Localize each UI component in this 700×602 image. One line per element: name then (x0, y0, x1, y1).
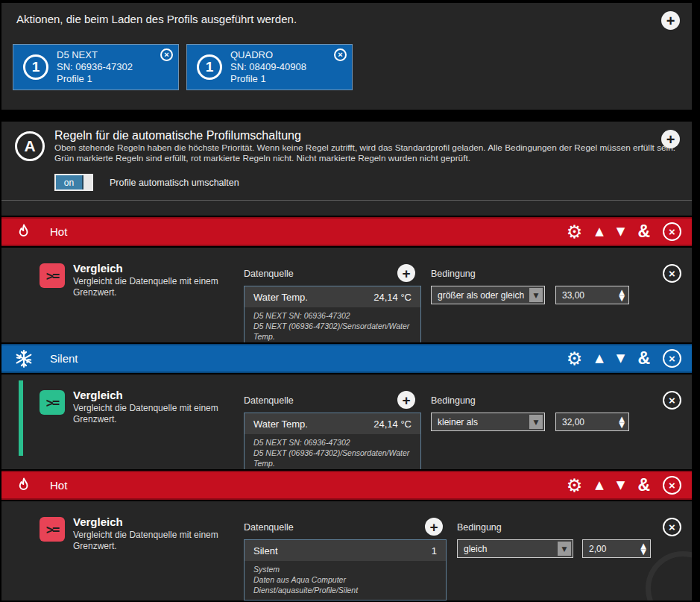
close-icon: × (669, 353, 675, 364)
and-operator-icon[interactable]: & (637, 223, 650, 240)
close-icon: × (669, 395, 675, 406)
aquasuite-watermark (646, 551, 692, 601)
condition-label: Bedingung (457, 522, 502, 533)
chevron-down-icon: ▼ (529, 415, 543, 429)
datasource-name: Silent (253, 545, 278, 556)
datasource-path: D5 NEXT (06936-47302)/Sensordaten/Water … (253, 321, 412, 342)
move-up-icon[interactable]: ▲ (595, 353, 604, 364)
datasource-name: Water Temp. (253, 292, 308, 303)
move-down-icon[interactable]: ▼ (617, 353, 625, 364)
condition-label: Bedingung (431, 395, 476, 406)
move-down-icon[interactable]: ▼ (617, 480, 625, 491)
chevron-down-icon: ▼ (529, 288, 543, 302)
gear-icon[interactable]: ⚙ (567, 350, 583, 368)
rule-name: Hot (50, 225, 67, 238)
rule-bar-hot-1[interactable]: Hot ⚙ ▲ ▼ & × (1, 216, 692, 248)
condition-type-description: Vergleicht die Datenquelle mit einem Gre… (73, 276, 228, 298)
add-rule-button[interactable]: + (661, 130, 680, 148)
rules-description-line2: Grün markierte Regeln sind erfüllt, rot … (54, 153, 662, 163)
datasource-device: D5 NEXT SN: 06936-47302 (253, 437, 412, 448)
compare-icon: >= (40, 263, 65, 288)
close-icon: × (669, 480, 675, 491)
threshold-input[interactable]: 33,00 ▲ ▼ (555, 286, 629, 304)
datasource-value: 24,14 °C (373, 418, 412, 430)
add-datasource-button[interactable]: + (425, 518, 443, 536)
operator-dropdown[interactable]: kleiner als ▼ (431, 413, 545, 431)
delete-condition-button[interactable]: × (663, 518, 681, 536)
datasource-box[interactable]: Water Temp. 24,14 °C D5 NEXT SN: 06936-4… (244, 286, 421, 347)
spinner-control[interactable]: ▲ ▼ (640, 543, 646, 555)
threshold-input[interactable]: 32,00 ▲ ▼ (555, 413, 629, 431)
plus-icon: + (429, 520, 438, 534)
delete-condition-button[interactable]: × (663, 264, 681, 283)
delete-rule-button[interactable]: × (663, 349, 681, 368)
threshold-value: 32,00 (556, 417, 619, 427)
action-card-quadro[interactable]: 1 QUADRO SN: 08409-40908 Profile 1 × (186, 44, 353, 90)
spinner-control[interactable]: ▲ ▼ (619, 416, 625, 428)
datasource-box[interactable]: Water Temp. 24,14 °C D5 NEXT SN: 06936-4… (244, 413, 421, 474)
flame-icon (14, 476, 34, 495)
add-datasource-button[interactable]: + (397, 264, 415, 282)
card-serial: SN: 08409-40908 (230, 61, 306, 73)
auto-switch-toggle[interactable]: on (54, 174, 93, 191)
and-operator-icon[interactable]: & (637, 477, 650, 494)
datasource-label: Datenquelle (244, 269, 294, 279)
spinner-down-icon: ▼ (640, 549, 646, 555)
condition-type-title: Vergleich (73, 515, 233, 528)
move-up-icon[interactable]: ▲ (595, 480, 604, 491)
close-icon: × (669, 268, 675, 279)
toggle-knob (83, 175, 92, 189)
rule-bar-hot-2[interactable]: Hot ⚙ ▲ ▼ & × (1, 469, 692, 501)
plus-icon: + (402, 393, 410, 407)
rules-description-line1: Oben stehende Regeln haben die höchste P… (54, 142, 662, 153)
condition-type-description: Vergleicht die Datenquelle mit einem Gre… (73, 530, 228, 552)
close-icon: × (164, 51, 168, 59)
rule-name: Silent (50, 352, 78, 365)
plus-icon: + (666, 132, 675, 147)
gear-icon[interactable]: ⚙ (567, 477, 583, 495)
datasource-box[interactable]: Silent 1 System Daten aus Aqua Computer … (244, 539, 447, 601)
close-icon: × (338, 51, 342, 59)
spinner-down-icon: ▼ (619, 422, 625, 428)
rule-condition-silent: >= Vergleich Vergleicht die Datenquelle … (1, 374, 692, 468)
condition-label: Bedingung (431, 269, 476, 279)
move-up-icon[interactable]: ▲ (595, 226, 604, 237)
add-action-button[interactable]: + (661, 11, 680, 30)
move-down-icon[interactable]: ▼ (617, 226, 625, 237)
card-title: QUADRO (230, 49, 306, 61)
remove-action-button[interactable]: × (160, 48, 173, 61)
rule-condition-hot-2: >= Vergleich Vergleicht die Datenquelle … (1, 501, 692, 601)
toggle-state-label: on (56, 175, 82, 189)
threshold-input[interactable]: 2,00 ▲ ▼ (582, 539, 651, 558)
gear-icon[interactable]: ⚙ (567, 223, 583, 241)
datasource-device: D5 NEXT SN: 06936-47302 (253, 310, 412, 321)
spinner-down-icon: ▼ (619, 295, 625, 301)
rule-bar-silent[interactable]: Silent ⚙ ▲ ▼ & × (1, 342, 692, 374)
and-operator-icon[interactable]: & (637, 350, 650, 367)
spinner-control[interactable]: ▲ ▼ (619, 289, 625, 301)
plus-icon: + (666, 13, 675, 28)
operator-dropdown[interactable]: gleich ▼ (457, 539, 573, 558)
datasource-name: Water Temp. (253, 418, 308, 430)
profile-number-icon: 1 (23, 54, 48, 80)
flame-icon (14, 222, 34, 242)
header-divider (1, 200, 692, 201)
rule-fulfilled-indicator (19, 380, 23, 456)
datasource-label: Datenquelle (244, 522, 294, 533)
datasource-value: 1 (432, 545, 437, 556)
card-profile: Profile 1 (57, 73, 133, 85)
action-card-d5next[interactable]: 1 D5 NEXT SN: 06936-47302 Profile 1 × (13, 44, 179, 90)
card-serial: SN: 06936-47302 (57, 61, 133, 73)
remove-action-button[interactable]: × (334, 48, 347, 61)
operator-value: gleich (458, 540, 556, 557)
delete-rule-button[interactable]: × (663, 222, 681, 241)
operator-dropdown[interactable]: größer als oder gleich ▼ (431, 286, 545, 304)
plus-icon: + (402, 266, 410, 280)
actions-title: Aktionen, die beim Laden des Profils aus… (16, 13, 297, 25)
delete-condition-button[interactable]: × (663, 391, 681, 410)
actions-panel: Aktionen, die beim Laden des Profils aus… (1, 3, 692, 110)
profile-number-icon: 1 (197, 54, 222, 80)
condition-type-title: Vergleich (73, 389, 233, 401)
delete-rule-button[interactable]: × (663, 476, 681, 495)
add-datasource-button[interactable]: + (397, 391, 415, 409)
